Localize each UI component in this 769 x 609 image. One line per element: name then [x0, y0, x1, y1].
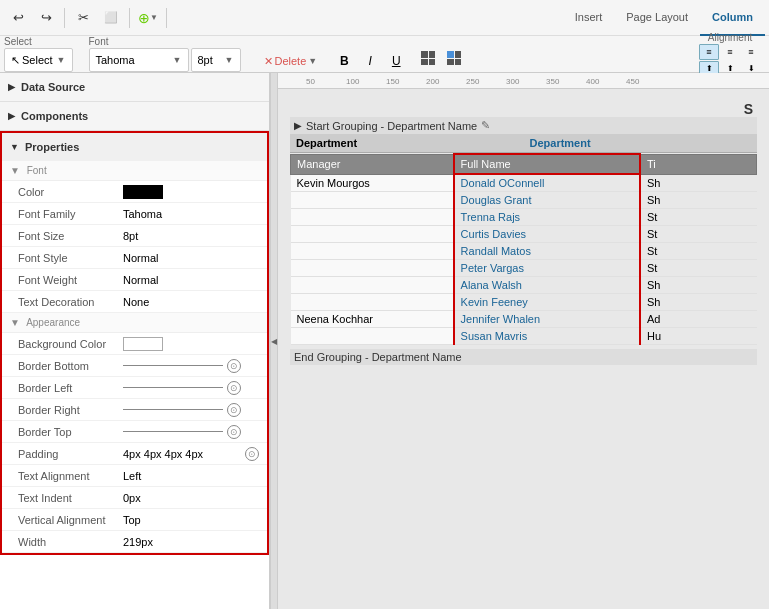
grid-view-button[interactable] [417, 47, 439, 69]
border-bottom-info-icon[interactable]: ⊙ [227, 359, 241, 373]
manager-cell [291, 260, 454, 277]
manager-cell [291, 243, 454, 260]
delete-label: Delete [275, 55, 307, 67]
ruler-mark-300: 300 [506, 77, 519, 86]
width-label: Width [18, 536, 123, 548]
vertical-align-value: Top [123, 514, 259, 526]
border-left-info-icon[interactable]: ⊙ [227, 381, 241, 395]
tab-column[interactable]: Column [700, 0, 765, 36]
border-left-prop: Border Left ⊙ [2, 377, 267, 399]
font-family-prop: Font Family Tahoma [2, 203, 267, 225]
vertical-align-prop: Vertical Alignment Top [2, 509, 267, 531]
tab-group: Insert Page Layout Column [563, 0, 765, 36]
data-source-arrow-icon: ▶ [8, 82, 15, 92]
size-arrow-icon: ▼ [225, 55, 234, 65]
font-weight-label: Font Weight [18, 274, 123, 286]
properties-arrow-icon: ▼ [10, 142, 19, 152]
manager-cell [291, 226, 454, 243]
components-label: Components [21, 110, 88, 122]
page-indicator: S [290, 101, 753, 117]
table-row: Alana WalshSh [291, 277, 757, 294]
padding-label: Padding [18, 448, 123, 460]
text-align-prop: Text Alignment Left [2, 465, 267, 487]
edit-grouping-icon[interactable]: ✎ [481, 119, 490, 132]
manager-cell [291, 294, 454, 311]
redo-button[interactable]: ↪ [32, 5, 60, 31]
properties-label: Properties [25, 141, 79, 153]
padding-info-icon[interactable]: ⊙ [245, 447, 259, 461]
select-button[interactable]: ↖ Select ▼ [4, 48, 73, 72]
title-cell: Hu [640, 328, 757, 345]
border-left-label: Border Left [18, 382, 123, 394]
fullname-cell: Susan Mavris [454, 328, 640, 345]
bg-color-swatch[interactable] [123, 337, 163, 351]
border-left-line [123, 387, 223, 388]
properties-header[interactable]: ▼ Properties [2, 133, 267, 161]
copy-button[interactable]: ⬜ [97, 5, 125, 31]
tab-page-layout[interactable]: Page Layout [614, 0, 700, 36]
border-bottom-line [123, 365, 223, 366]
col-header-title: Ti [640, 154, 757, 174]
select-btn-label: Select [22, 54, 53, 66]
border-bottom-label: Border Bottom [18, 360, 123, 372]
border-top-info-icon[interactable]: ⊙ [227, 425, 241, 439]
font-arrow-icon: ▼ [173, 55, 182, 65]
ruler-mark-350: 350 [546, 77, 559, 86]
font-style-prop: Font Style Normal [2, 247, 267, 269]
text-decoration-value: None [123, 296, 259, 308]
table-view-button[interactable] [443, 47, 465, 69]
table-row: Curtis DaviesSt [291, 226, 757, 243]
undo-button[interactable]: ↩ [4, 5, 32, 31]
font-size-label: Font Size [18, 230, 123, 242]
padding-prop: Padding 4px 4px 4px 4px ⊙ [2, 443, 267, 465]
border-top-line [123, 431, 223, 432]
table-row: Kevin FeeneySh [291, 294, 757, 311]
special-button[interactable]: ⊕ ▼ [134, 5, 162, 31]
width-value: 219px [123, 536, 259, 548]
width-prop: Width 219px [2, 531, 267, 553]
dept-header-cell1: Department [290, 134, 524, 152]
components-header[interactable]: ▶ Components [0, 102, 269, 130]
border-top-label: Border Top [18, 426, 123, 438]
panel-collapse-handle[interactable]: ◀ [270, 73, 278, 609]
align-left-button[interactable]: ≡ [699, 44, 719, 60]
align-right-button[interactable]: ≡ [741, 44, 761, 60]
tab-insert[interactable]: Insert [563, 0, 615, 36]
title-cell: Sh [640, 174, 757, 192]
text-align-label: Text Alignment [18, 470, 123, 482]
color-swatch[interactable] [123, 185, 163, 199]
title-cell: Ad [640, 311, 757, 328]
fullname-cell: Trenna Rajs [454, 209, 640, 226]
ruler-mark-450: 450 [626, 77, 639, 86]
ruler-mark-50: 50 [306, 77, 315, 86]
bg-color-prop: Background Color [2, 333, 267, 355]
cut-button[interactable]: ✂ [69, 5, 97, 31]
font-size-select[interactable]: 8pt ▼ [191, 48, 241, 72]
fullname-cell: Alana Walsh [454, 277, 640, 294]
table-row: Douglas GrantSh [291, 192, 757, 209]
border-bottom-prop: Border Bottom ⊙ [2, 355, 267, 377]
text-indent-label: Text Indent [18, 492, 123, 504]
italic-button[interactable]: I [358, 50, 382, 72]
fullname-cell: Randall Matos [454, 243, 640, 260]
align-center-button[interactable]: ≡ [720, 44, 740, 60]
bold-button[interactable]: B [332, 50, 356, 72]
font-family-label: Font Family [18, 208, 123, 220]
font-weight-value: Normal [123, 274, 259, 286]
col-header-fullname: Full Name [454, 154, 640, 174]
ruler-mark-200: 200 [426, 77, 439, 86]
font-family-select[interactable]: Tahoma ▼ [89, 48, 189, 72]
grouping-end-label: End Grouping - Department Name [294, 351, 462, 363]
font-label: Font [89, 36, 241, 47]
border-right-info-icon[interactable]: ⊙ [227, 403, 241, 417]
manager-cell: Kevin Mourgos [291, 174, 454, 192]
appearance-arrow-icon: ▼ [10, 317, 20, 328]
font-weight-prop: Font Weight Normal [2, 269, 267, 291]
data-source-header[interactable]: ▶ Data Source [0, 73, 269, 101]
border-right-prop: Border Right ⊙ [2, 399, 267, 421]
ruler: 50 100 150 200 250 300 350 400 450 [278, 73, 769, 89]
delete-button[interactable]: ✕ Delete ▼ [257, 49, 325, 73]
alignment-label: Alignment [699, 32, 761, 43]
underline-button[interactable]: U [384, 50, 408, 72]
bg-color-label: Background Color [18, 338, 123, 350]
